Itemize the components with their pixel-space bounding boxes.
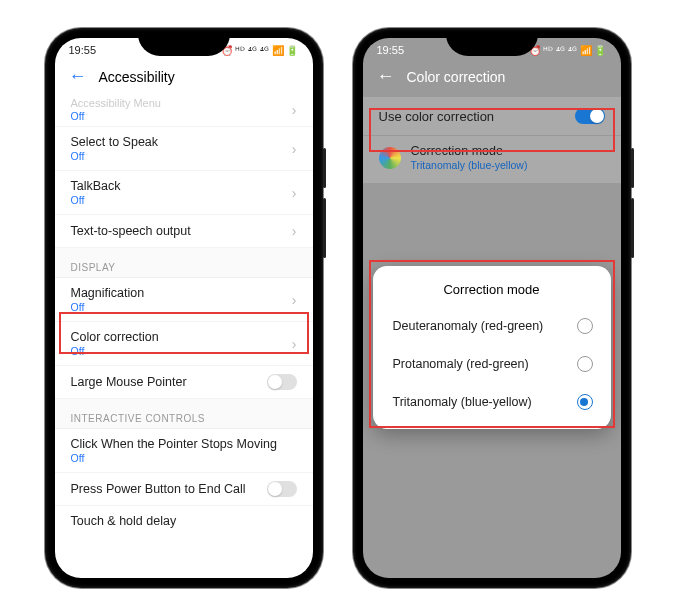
row-sub: Off <box>71 301 145 313</box>
radio-icon[interactable] <box>577 394 593 410</box>
toggle-power-end-call[interactable] <box>267 481 297 497</box>
chevron-right-icon: › <box>292 102 297 118</box>
dialog-title: Correction mode <box>373 278 611 307</box>
row-title: Press Power Button to End Call <box>71 482 246 496</box>
row-title: Large Mouse Pointer <box>71 375 187 389</box>
status-icons: ⏰ ᴴᴰ ⁴ᴳ ⁴ᴳ 📶 🔋 <box>221 45 299 56</box>
chevron-right-icon: › <box>292 223 297 239</box>
toggle-use-color-correction[interactable] <box>575 108 605 124</box>
row-magnification[interactable]: Magnification Off › <box>55 278 313 322</box>
section-display: DISPLAY <box>55 248 313 278</box>
row-title: Select to Speak <box>71 135 159 149</box>
option-protanomaly[interactable]: Protanomaly (red-green) <box>373 345 611 383</box>
row-title: Touch & hold delay <box>71 514 177 528</box>
row-accessibility-menu[interactable]: Accessibility Menu Off › <box>55 97 313 127</box>
chevron-right-icon: › <box>292 185 297 201</box>
row-touch-hold-delay[interactable]: Touch & hold delay <box>55 506 313 536</box>
app-bar: ← Accessibility <box>55 60 313 97</box>
row-title: TalkBack <box>71 179 121 193</box>
row-sub: Off <box>71 452 277 464</box>
chevron-right-icon: › <box>292 336 297 352</box>
row-sub: Off <box>71 150 159 162</box>
toggle-large-mouse[interactable] <box>267 374 297 390</box>
row-title: Accessibility Menu <box>71 97 161 109</box>
page-title: Color correction <box>407 69 506 85</box>
radio-icon[interactable] <box>577 356 593 372</box>
option-tritanomaly[interactable]: Tritanomaly (blue-yellow) <box>373 383 611 421</box>
phone-left: 19:55 ⏰ ᴴᴰ ⁴ᴳ ⁴ᴳ 📶 🔋 ← Accessibility Acc… <box>45 28 323 588</box>
row-power-end-call[interactable]: Press Power Button to End Call <box>55 473 313 506</box>
page-title: Accessibility <box>99 69 175 85</box>
section-interactive: INTERACTIVE CONTROLS <box>55 399 313 429</box>
notch <box>446 38 538 56</box>
row-correction-mode[interactable]: Correction mode Tritanomaly (blue-yellow… <box>363 136 621 183</box>
row-select-to-speak[interactable]: Select to Speak Off › <box>55 127 313 171</box>
row-sub: Off <box>71 345 159 357</box>
phone-right: 19:55 ⏰ ᴴᴰ ⁴ᴳ ⁴ᴳ 📶 🔋 ← Color correction … <box>353 28 631 588</box>
correction-mode-dialog: Correction mode Deuteranomaly (red-green… <box>373 266 611 429</box>
row-color-correction[interactable]: Color correction Off › <box>55 322 313 366</box>
row-sub: Off <box>71 110 161 122</box>
chevron-right-icon: › <box>292 292 297 308</box>
color-wheel-icon <box>379 147 401 169</box>
row-title: Click When the Pointer Stops Moving <box>71 437 277 451</box>
row-title: Color correction <box>71 330 159 344</box>
row-use-color-correction[interactable]: Use color correction <box>363 97 621 136</box>
option-label: Protanomaly (red-green) <box>393 357 529 371</box>
radio-icon[interactable] <box>577 318 593 334</box>
row-title: Magnification <box>71 286 145 300</box>
row-title: Correction mode <box>411 144 528 158</box>
status-time: 19:55 <box>69 44 97 56</box>
notch <box>138 38 230 56</box>
option-label: Tritanomaly (blue-yellow) <box>393 395 532 409</box>
option-deuteranomaly[interactable]: Deuteranomaly (red-green) <box>373 307 611 345</box>
chevron-right-icon: › <box>292 141 297 157</box>
row-title: Use color correction <box>379 109 495 124</box>
row-sub: Off <box>71 194 121 206</box>
row-tts-output[interactable]: Text-to-speech output › <box>55 215 313 248</box>
row-large-mouse-pointer[interactable]: Large Mouse Pointer <box>55 366 313 399</box>
row-talkback[interactable]: TalkBack Off › <box>55 171 313 215</box>
status-time: 19:55 <box>377 44 405 56</box>
back-icon[interactable]: ← <box>69 66 87 87</box>
row-title: Text-to-speech output <box>71 224 191 238</box>
back-icon[interactable]: ← <box>377 66 395 87</box>
settings-list[interactable]: Accessibility Menu Off › Select to Speak… <box>55 97 313 578</box>
status-icons: ⏰ ᴴᴰ ⁴ᴳ ⁴ᴳ 📶 🔋 <box>529 45 607 56</box>
row-sub: Tritanomaly (blue-yellow) <box>411 159 528 171</box>
row-click-pointer-stops[interactable]: Click When the Pointer Stops Moving Off <box>55 429 313 473</box>
app-bar: ← Color correction <box>363 60 621 97</box>
option-label: Deuteranomaly (red-green) <box>393 319 544 333</box>
